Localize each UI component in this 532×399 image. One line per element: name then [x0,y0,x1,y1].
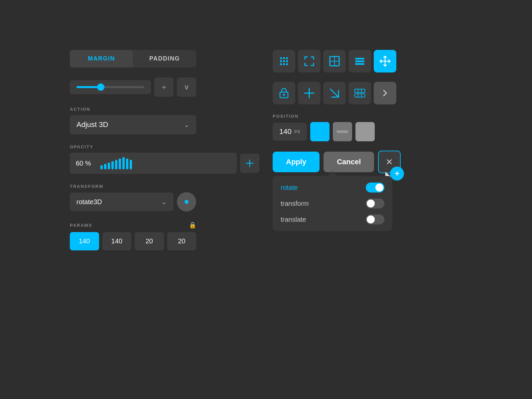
plus-button[interactable]: ＋ [154,77,174,97]
action-label: ACTION [70,107,259,112]
position-number: 140 [279,127,292,136]
cross-arrows-icon [379,55,391,67]
transform-toggle-label: transform [281,200,309,207]
svg-point-7 [286,60,288,62]
position-unit: PX [294,129,301,134]
svg-point-3 [283,57,285,59]
transform-dropdown[interactable]: rotate3D ⌄ [70,193,174,211]
dot-inner [185,200,189,204]
action-buttons-row: Apply Cancel ✕ + [273,151,462,173]
param-2[interactable]: 20 [135,232,164,250]
opacity-section: OPACITY 60 % [70,144,259,174]
translate-toggle-knob [367,215,375,223]
rotate-label: rotate [281,184,298,192]
bar-2 [104,164,106,169]
resize-icon [329,88,340,98]
lock-icon: 🔒 [189,221,196,229]
close-icon: ✕ [386,157,393,167]
position-value-display: 140 PX [273,123,307,141]
svg-point-6 [283,60,285,62]
expand-arrows-btn[interactable] [298,50,321,72]
fit-btn[interactable] [323,50,346,72]
margin-tab[interactable]: MARGIN [70,50,133,67]
left-panel: MARGIN PADDING ＋ ∨ ACTION Adjust 3D ⌄ [70,50,259,349]
expand-arrows-icon [303,55,315,67]
cancel-button[interactable]: Cancel [324,152,374,172]
action-dropdown[interactable]: Adjust 3D ⌄ [70,115,196,134]
action-section: ACTION Adjust 3D ⌄ [70,107,259,134]
translate-toggle[interactable] [366,214,384,224]
table-grid-btn[interactable] [348,82,371,104]
color-swatch-light[interactable] [355,122,375,141]
grid-dots-btn[interactable] [273,50,295,72]
fit-icon [329,55,340,67]
svg-point-9 [283,63,285,65]
svg-point-4 [286,57,288,59]
translate-toggle-row: translate [281,214,384,224]
bar-4 [111,161,114,169]
param-0[interactable]: 140 [70,232,99,250]
table-icon [354,88,365,98]
param-3[interactable]: 20 [167,232,197,250]
svg-point-5 [280,60,282,62]
next-btn[interactable] [374,82,396,104]
param-1[interactable]: 140 [102,232,132,250]
rotate-toggle-knob [375,184,383,192]
transform-toggle-knob [367,200,375,207]
cross-arrows-btn[interactable] [374,50,396,72]
add-btn[interactable] [298,82,321,104]
rotate-toggle[interactable] [366,183,384,193]
transform-value: rotate3D [76,198,102,206]
bar-3 [108,163,110,169]
grid-buttons-row1 [273,50,462,72]
opacity-value: 60 % [76,160,96,167]
svg-point-10 [286,63,288,65]
apply-button[interactable]: Apply [273,152,320,172]
opacity-display: 60 % [70,153,237,174]
expand-icon [246,159,254,167]
slider-thumb[interactable] [97,83,104,91]
three-bars-btn[interactable] [348,50,371,72]
bar-6 [119,159,121,169]
svg-rect-14 [355,58,364,60]
action-dropdown-arrow: ⌄ [184,121,190,129]
gray-bar-icon [337,130,348,133]
action-value: Adjust 3D [76,120,108,129]
padding-tab[interactable]: PADDING [133,50,196,67]
chevron-down-button[interactable]: ∨ [177,77,196,97]
grid-buttons-row2 [273,82,462,104]
lock-btn[interactable] [273,82,295,104]
transform-dropdown-popup: rotate transform translate [273,176,392,231]
position-section: POSITION 140 PX [273,114,462,141]
svg-point-8 [280,63,282,65]
slider-track[interactable] [76,86,144,88]
bar-9 [130,160,132,169]
bars-icon [354,55,366,67]
dots-grid-icon [278,55,290,67]
bar-7 [122,157,125,169]
plus-circle-button[interactable]: + [390,167,404,181]
opacity-label: OPACITY [70,144,259,149]
params-header: PARAMS 🔒 [70,221,196,229]
expand-button[interactable] [240,154,259,173]
svg-point-2 [280,57,282,59]
svg-rect-24 [355,89,365,92]
chevron-right-icon [381,89,389,97]
right-panel: POSITION 140 PX Apply Cancel [273,50,462,349]
transform-toggle[interactable] [366,199,384,208]
color-swatch-blue[interactable] [310,122,330,141]
transform-row: rotate3D ⌄ [70,192,196,211]
translate-label: translate [281,216,306,223]
color-swatch-gray[interactable] [333,122,352,141]
bar-5 [115,160,117,169]
dot-button[interactable] [177,192,196,211]
bar-8 [126,159,128,169]
opacity-bars [100,157,132,169]
svg-rect-15 [355,61,364,62]
close-btn-wrapper: ✕ + [378,151,401,173]
params-section: PARAMS 🔒 140 140 20 20 [70,221,259,250]
resize-corner-btn[interactable] [323,82,346,104]
svg-rect-16 [355,63,364,65]
transform-label: TRANSFORM [70,184,259,189]
params-label: PARAMS [70,223,92,228]
